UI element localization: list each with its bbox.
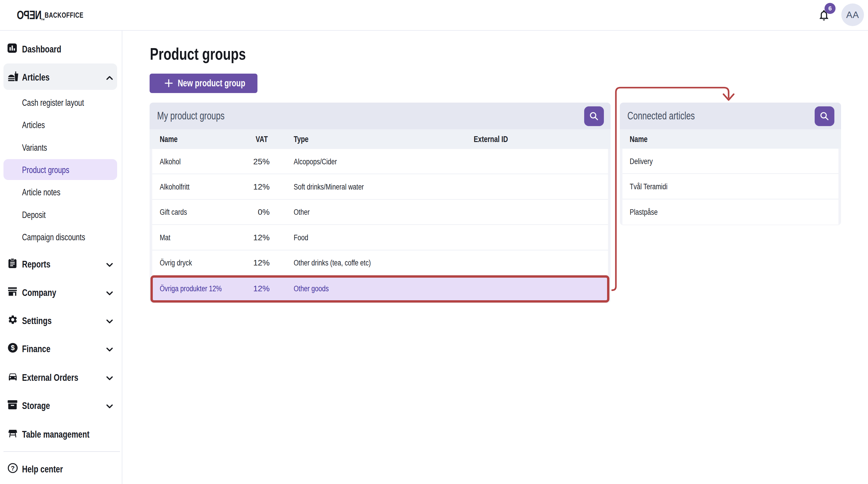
svg-text:?: ? bbox=[11, 464, 14, 472]
svg-text:$: $ bbox=[11, 344, 15, 352]
